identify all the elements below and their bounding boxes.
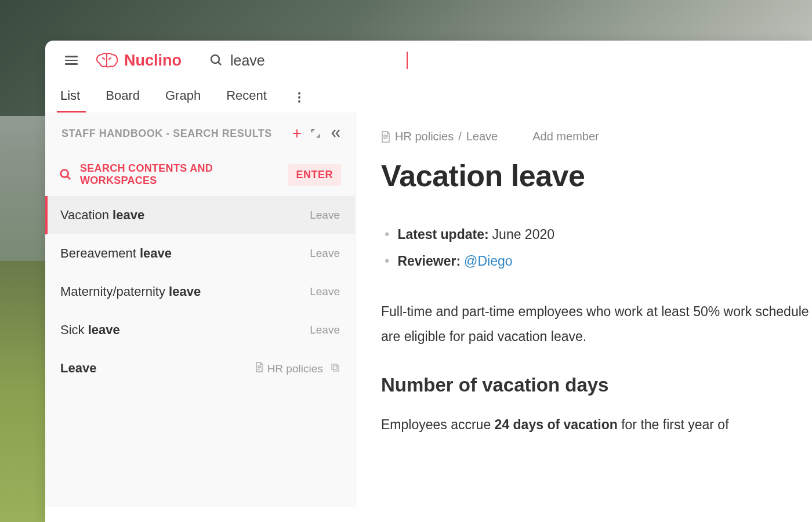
section-heading: Number of vacation days <box>381 374 812 396</box>
document-icon <box>255 362 264 372</box>
content-split: STAFF HANDBOOK - SEARCH RESULTS + SEARCH… <box>45 113 812 507</box>
result-item[interactable]: Sick leave Leave <box>45 311 355 349</box>
enter-badge: ENTER <box>288 164 341 186</box>
tab-list[interactable]: List <box>58 82 82 112</box>
result-title: Maternity/paternity leave <box>60 284 303 299</box>
result-category: Leave <box>310 324 340 336</box>
svg-point-0 <box>211 55 219 63</box>
result-category: Leave <box>310 285 340 298</box>
search-icon <box>209 53 223 67</box>
search-icon <box>59 168 72 181</box>
add-member-link[interactable]: Add member <box>532 130 599 143</box>
brain-icon <box>95 51 118 70</box>
document-header: HR policies / Leave Add member <box>381 130 812 143</box>
body-paragraph: Employees accrue 24 days of vacation for… <box>381 412 812 437</box>
sidebar-title: STAFF HANDBOOK - SEARCH RESULTS <box>61 128 284 140</box>
mention-link[interactable]: @Diego <box>464 249 512 274</box>
sidebar-header: STAFF HANDBOOK - SEARCH RESULTS + <box>45 113 355 153</box>
search-action-label: SEARCH CONTENTS AND WORKSPACES <box>80 162 280 187</box>
text-cursor <box>407 52 408 69</box>
result-category: Leave <box>310 209 340 222</box>
search-input[interactable] <box>230 52 404 69</box>
menu-icon[interactable] <box>63 52 80 69</box>
topbar: Nuclino <box>45 41 812 75</box>
result-title: Vacation leave <box>60 208 303 223</box>
document-title: Vacation leave <box>381 158 812 193</box>
tab-graph[interactable]: Graph <box>163 82 203 112</box>
add-icon[interactable]: + <box>292 125 302 142</box>
result-item[interactable]: Leave HR policies <box>45 349 355 387</box>
breadcrumb[interactable]: HR policies / Leave <box>381 130 498 143</box>
search-action-row[interactable]: SEARCH CONTENTS AND WORKSPACES ENTER <box>45 153 355 196</box>
more-icon[interactable] <box>295 89 304 106</box>
result-category: Leave <box>310 247 340 260</box>
svg-line-3 <box>67 176 71 180</box>
brand-name: Nuclino <box>124 52 182 70</box>
svg-point-2 <box>61 170 68 177</box>
svg-rect-5 <box>334 366 339 371</box>
brand-logo[interactable]: Nuclino <box>95 51 182 70</box>
document-icon <box>381 131 390 143</box>
document-meta-list: Latest update: June 2020 Reviewer: @Dieg… <box>381 221 812 274</box>
result-item[interactable]: Vacation leave Leave <box>45 196 355 234</box>
collapse-icon[interactable] <box>329 128 341 139</box>
meta-latest-update: Latest update: June 2020 <box>381 221 812 248</box>
meta-reviewer: Reviewer: @Diego <box>381 248 812 274</box>
tab-recent[interactable]: Recent <box>224 82 269 112</box>
body-paragraph: Full-time and part-time employees who wo… <box>381 299 812 349</box>
svg-line-1 <box>218 62 221 65</box>
document-view: HR policies / Leave Add member Vacation … <box>356 113 812 507</box>
result-title: Sick leave <box>60 322 303 338</box>
search-box[interactable] <box>209 52 796 69</box>
result-title: Leave <box>60 361 248 376</box>
search-results-sidebar: STAFF HANDBOOK - SEARCH RESULTS + SEARCH… <box>45 113 356 507</box>
result-item[interactable]: Bereavement leave Leave <box>45 234 355 273</box>
svg-rect-4 <box>332 364 337 369</box>
tab-board[interactable]: Board <box>103 82 142 112</box>
expand-icon[interactable] <box>310 128 321 139</box>
result-title: Bereavement leave <box>60 246 303 261</box>
copy-icon <box>331 363 340 372</box>
app-window: Nuclino List Board Graph Recent STAFF HA… <box>45 41 812 522</box>
result-category: HR policies <box>255 362 340 375</box>
view-tabs: List Board Graph Recent <box>45 75 812 113</box>
result-item[interactable]: Maternity/paternity leave Leave <box>45 273 355 311</box>
